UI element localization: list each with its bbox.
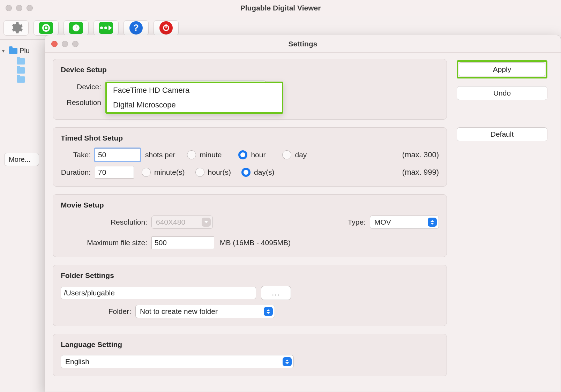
device-dropdown-list[interactable]: FaceTime HD Camera Digital Microscope	[105, 82, 283, 114]
group-title: Device Setup	[61, 66, 439, 74]
resolution-label: Resolution	[61, 98, 105, 107]
folder-mode-dropdown[interactable]: Not to create new folder	[135, 305, 275, 318]
main-traffic-lights[interactable]	[6, 5, 33, 11]
duration-label: Duration:	[61, 168, 95, 176]
folder-icon	[17, 58, 25, 65]
help-toolbar-button[interactable]: ?	[124, 20, 149, 36]
tree-root-label: Plu	[20, 47, 30, 55]
tree-root[interactable]: ▾ Plu	[2, 47, 43, 55]
language-value: English	[65, 357, 89, 366]
radio-icon	[282, 150, 291, 159]
close-icon[interactable]	[6, 5, 12, 11]
more-button[interactable]: More...	[4, 153, 39, 166]
take-unit-hour[interactable]: hour	[238, 150, 265, 159]
minimize-icon[interactable]	[16, 5, 22, 11]
main-titlebar: Plugable Digital Viewer	[0, 0, 561, 16]
max-filesize-input[interactable]	[151, 236, 214, 249]
radio-icon	[187, 150, 196, 159]
apply-button[interactable]: Apply	[459, 62, 545, 76]
settings-toolbar-button[interactable]	[3, 20, 29, 36]
duration-input[interactable]	[95, 166, 134, 179]
tree-item[interactable]	[17, 58, 43, 65]
browse-folder-button[interactable]: ...	[261, 286, 291, 300]
record-toolbar-button[interactable]	[94, 20, 119, 36]
chevron-down-icon[interactable]: ▾	[2, 48, 7, 54]
capture-toolbar-button[interactable]	[33, 20, 59, 36]
device-label: Device:	[61, 83, 105, 91]
main-title: Plugable Digital Viewer	[240, 4, 321, 12]
duration-unit-days[interactable]: day(s)	[241, 168, 274, 177]
minimize-icon[interactable]	[62, 41, 68, 47]
duration-unit-hours[interactable]: hour(s)	[195, 168, 231, 177]
max-filesize-label: Maximum file size:	[61, 239, 151, 247]
movie-type-value: MOV	[374, 218, 391, 226]
radio-icon	[238, 150, 247, 159]
movie-resolution-label: Resolution:	[61, 218, 151, 226]
take-label: Take:	[61, 151, 95, 159]
movie-setup-group: Movie Setup Resolution: 640X480 Type: MO…	[53, 194, 447, 257]
default-button[interactable]: Default	[457, 127, 547, 141]
zoom-icon[interactable]	[72, 41, 78, 47]
apply-highlight: Apply	[457, 60, 547, 78]
quit-toolbar-button[interactable]	[154, 20, 179, 36]
device-option-facetime[interactable]: FaceTime HD Camera	[107, 83, 282, 98]
chevron-down-icon	[202, 218, 211, 227]
gear-icon	[9, 21, 23, 35]
zoom-icon[interactable]	[27, 5, 33, 11]
movie-type-label: Type:	[338, 218, 366, 226]
duration-max-hint: (max. 999)	[402, 168, 439, 177]
take-input[interactable]	[95, 149, 140, 161]
group-title: Timed Shot Setup	[61, 134, 439, 142]
movie-resolution-dropdown: 640X480	[151, 216, 213, 229]
group-title: Language Setting	[61, 340, 439, 349]
folder-icon	[17, 67, 25, 74]
max-filesize-hint: MB (16MB - 4095MB)	[220, 239, 291, 247]
folder-icon	[17, 76, 25, 83]
group-title: Folder Settings	[61, 271, 439, 280]
settings-action-column: Apply Undo Default	[457, 59, 547, 376]
group-title: Movie Setup	[61, 201, 439, 209]
chevron-updown-icon	[264, 307, 273, 316]
movie-resolution-value: 640X480	[156, 218, 185, 226]
close-icon[interactable]	[51, 41, 58, 47]
settings-window: Settings Device Setup Device: FaceTime H…	[45, 35, 561, 392]
radio-icon	[142, 168, 151, 177]
tree-item[interactable]	[17, 67, 43, 74]
duration-unit-minutes[interactable]: minute(s)	[142, 168, 185, 177]
timed-shot-group: Timed Shot Setup Take: shots per minute …	[53, 127, 447, 187]
language-dropdown[interactable]: English	[61, 355, 294, 368]
timer-camera-icon	[69, 22, 83, 34]
camera-icon	[39, 22, 53, 34]
settings-traffic-lights[interactable]	[51, 41, 78, 47]
radio-icon	[195, 168, 204, 177]
device-setup-group: Device Setup Device: FaceTime HD Camera …	[53, 59, 447, 120]
more-label: More...	[9, 156, 30, 164]
chevron-updown-icon	[428, 218, 437, 227]
folder-path-input[interactable]	[61, 287, 256, 299]
folder-mode-value: Not to create new folder	[140, 307, 218, 316]
sidebar: ▾ Plu	[0, 40, 45, 392]
take-unit-minute[interactable]: minute	[187, 150, 222, 159]
power-icon	[159, 21, 173, 35]
folder-icon	[9, 48, 17, 54]
language-setting-group: Language Setting English	[53, 334, 447, 376]
radio-icon	[241, 168, 250, 177]
timed-capture-toolbar-button[interactable]	[63, 20, 89, 36]
video-icon	[99, 22, 113, 34]
chevron-updown-icon	[283, 357, 292, 366]
settings-title: Settings	[289, 40, 317, 48]
settings-titlebar: Settings	[45, 35, 561, 53]
device-option-microscope[interactable]: Digital Microscope	[107, 98, 282, 112]
folder-settings-group: Folder Settings ... Folder: Not to creat…	[53, 265, 447, 326]
folder-label: Folder:	[61, 307, 135, 316]
undo-button[interactable]: Undo	[457, 86, 547, 100]
shots-per-label: shots per	[145, 151, 175, 159]
help-icon: ?	[129, 21, 143, 35]
take-unit-day[interactable]: day	[282, 150, 307, 159]
take-max-hint: (max. 300)	[402, 150, 439, 159]
tree-item[interactable]	[17, 76, 43, 83]
movie-type-dropdown[interactable]: MOV	[370, 216, 439, 229]
